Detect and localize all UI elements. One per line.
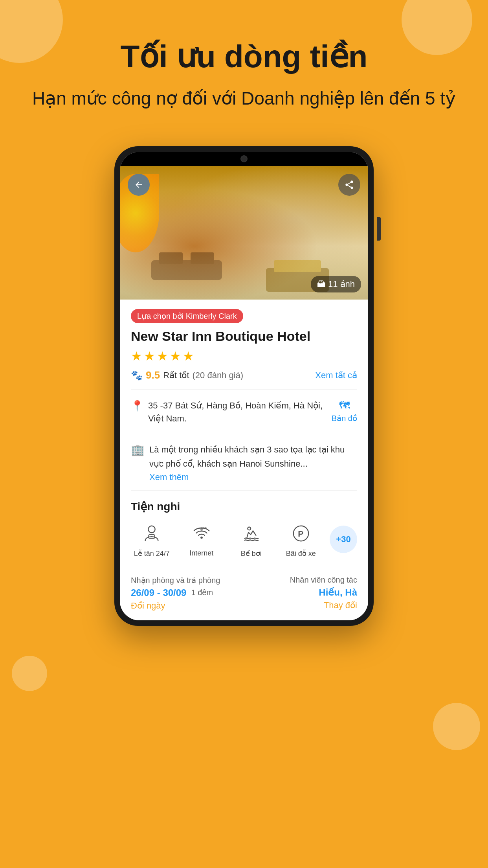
more-amenities-button[interactable]: +30 (330, 526, 357, 553)
choice-badge: Lựa chọn bởi Kimberly Clark (131, 309, 243, 323)
rating-left: 🐾 9.5 Rất tốt (20 đánh giá) (131, 369, 243, 381)
amenities-list: Lễ tân 24/7 FRE (131, 521, 357, 558)
map-icon: 🗺 (339, 399, 350, 412)
parking-svg-icon: P (292, 524, 310, 543)
wifi-svg-icon: FREE (192, 524, 211, 543)
hotel-content: Lựa chọn bởi Kimberly Clark New Star Inn… (120, 300, 368, 620)
back-arrow-icon (134, 180, 143, 189)
hotel-image: 🏔 11 ảnh (120, 166, 368, 300)
star-2: ★ (144, 349, 155, 364)
parking-icon: P (288, 521, 314, 546)
amenity-parking: P Bãi đỗ xe (280, 521, 322, 558)
amenity-pool: Bể bơi (230, 521, 272, 558)
star-5: ★ (183, 349, 194, 364)
map-label: Bản đồ (332, 414, 357, 423)
person-icon (142, 524, 161, 543)
phone-mockup: 🏔 11 ảnh Lựa chọn bởi Kimberly Clark New… (114, 146, 374, 625)
reception-icon (139, 521, 164, 546)
rating-count: (20 đánh giá) (193, 370, 244, 381)
checkin-label: Nhận phòng và trả phòng (131, 576, 220, 585)
amenity-reception: Lễ tân 24/7 (131, 521, 173, 558)
pool-icon (238, 521, 264, 546)
description-row: 🏢 Là một trong nhiều khách sạn 3 sao tọa… (131, 443, 357, 490)
star-4: ★ (170, 349, 181, 364)
decoration-blob-bl (12, 656, 47, 691)
amenity-internet-label: Internet (189, 549, 213, 557)
amenity-parking-label: Bãi đỗ xe (286, 549, 316, 558)
svg-point-10 (248, 527, 251, 530)
photo-count-badge: 🏔 11 ảnh (311, 276, 361, 292)
amenity-pool-label: Bể bơi (241, 549, 262, 558)
map-button[interactable]: 🗺 Bản đồ (332, 399, 357, 423)
page-subtitle: Hạn mức công nợ đối với Doanh nghiệp lên… (31, 86, 457, 111)
svg-text:FREE: FREE (200, 526, 207, 529)
pool-svg-icon (242, 524, 261, 543)
star-1: ★ (131, 349, 142, 364)
view-all-button[interactable]: Xem tất cả (315, 370, 357, 381)
photo-icon: 🏔 (317, 279, 326, 289)
booking-staff-section: Nhân viên công tác Hiếu, Hà Thay đổi (290, 576, 357, 611)
description-text: Là một trong nhiều khách sạn 3 sao tọa l… (149, 445, 345, 468)
photo-count-text: 11 ảnh (328, 279, 355, 289)
booking-dates-section: Nhận phòng và trả phòng 26/09 - 30/09 1 … (131, 576, 220, 611)
hotel-stars: ★ ★ ★ ★ ★ (131, 349, 357, 364)
rating-emoji-icon: 🐾 (131, 370, 143, 381)
change-date-button[interactable]: Đổi ngày (131, 601, 220, 611)
page-title: Tối ưu dòng tiền (31, 39, 457, 74)
svg-point-7 (200, 537, 203, 539)
see-more-button[interactable]: Xem thêm (149, 472, 357, 482)
phone-screen: 🏔 11 ảnh Lựa chọn bởi Kimberly Clark New… (120, 152, 368, 620)
staff-label: Nhân viên công tác (290, 576, 357, 585)
decoration-blob-br (433, 703, 480, 750)
amenities-section: Tiện nghi Lễ tân 24/7 (131, 500, 357, 566)
location-left: 📍 35 -37 Bát Sứ, Hàng Bồ, Hoàn Kiếm, Hà … (131, 399, 332, 425)
wifi-icon: FREE (189, 521, 214, 546)
location-row: 📍 35 -37 Bát Sứ, Hàng Bồ, Hoàn Kiếm, Hà … (131, 399, 357, 433)
rating-score: 9.5 (146, 369, 160, 381)
phone-wrapper: 🏔 11 ảnh Lựa chọn bởi Kimberly Clark New… (0, 146, 488, 625)
svg-rect-1 (159, 252, 183, 264)
amenities-title: Tiện nghi (131, 500, 357, 513)
booking-info: Nhận phòng và trả phòng 26/09 - 30/09 1 … (131, 576, 357, 611)
location-pin-icon: 📍 (131, 400, 143, 412)
hotel-name: New Star Inn Boutique Hotel (131, 329, 357, 344)
staff-names: Hiếu, Hà (319, 587, 357, 598)
building-icon: 🏢 (131, 443, 145, 456)
location-text: 35 -37 Bát Sứ, Hàng Bồ, Hoàn Kiếm, Hà Nộ… (148, 399, 332, 425)
svg-rect-4 (274, 260, 321, 272)
change-staff-button[interactable]: Thay đổi (324, 600, 357, 611)
back-button[interactable] (128, 174, 150, 196)
lobby-furniture-icon (151, 245, 230, 284)
phone-side-button (377, 217, 381, 241)
phone-top-bar (120, 152, 368, 166)
star-3: ★ (157, 349, 168, 364)
booking-nights: 1 đêm (191, 588, 213, 597)
rating-text: Rất tốt (163, 370, 189, 381)
camera-dot (240, 155, 248, 162)
share-icon (344, 180, 354, 190)
svg-text:P: P (298, 529, 303, 538)
svg-rect-2 (191, 252, 214, 264)
amenity-reception-label: Lễ tân 24/7 (134, 549, 170, 558)
rating-row: 🐾 9.5 Rất tốt (20 đánh giá) Xem tất cả (131, 369, 357, 390)
share-button[interactable] (338, 174, 360, 196)
description-content: Là một trong nhiều khách sạn 3 sao tọa l… (149, 443, 357, 482)
booking-dates: 26/09 - 30/09 (131, 587, 186, 598)
more-amenities-label: +30 (336, 534, 350, 544)
svg-point-5 (149, 526, 155, 533)
amenity-internet: FREE Internet (181, 521, 223, 557)
